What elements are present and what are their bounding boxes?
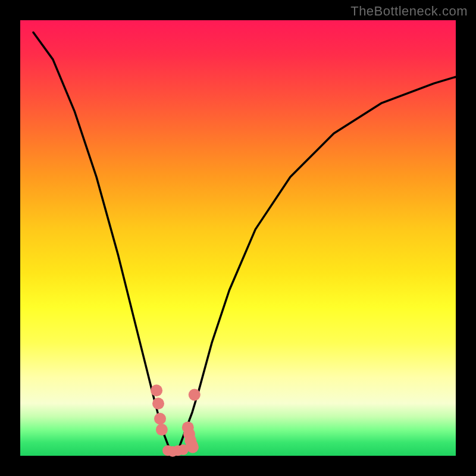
watermark-label: TheBottleneck.com xyxy=(350,4,468,19)
chart-gradient-background xyxy=(20,20,456,456)
chart-stage: TheBottleneck.com xyxy=(0,0,476,476)
